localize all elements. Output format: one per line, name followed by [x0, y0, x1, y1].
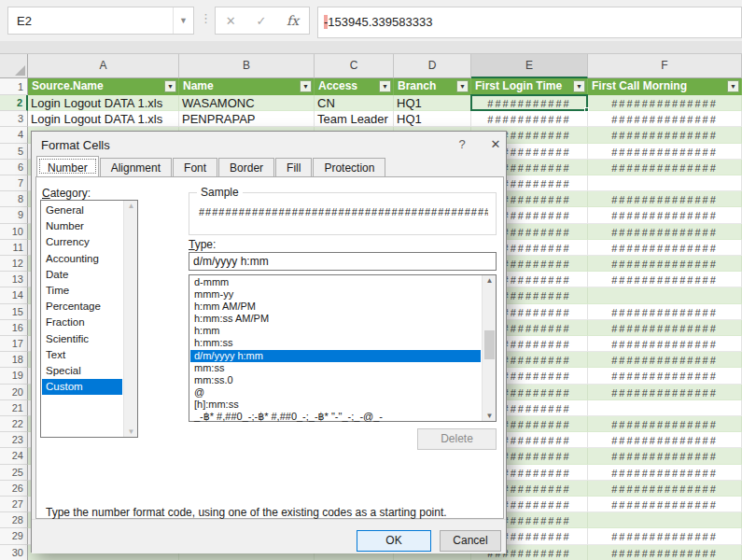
- cell-F19[interactable]: ##############: [588, 368, 742, 384]
- cell-F12[interactable]: ##############: [588, 256, 742, 272]
- cell-F29[interactable]: ##############: [588, 528, 742, 544]
- category-item-scientific[interactable]: Scientific: [42, 331, 122, 347]
- scrollbar-thumb[interactable]: [484, 330, 495, 359]
- cell-F30[interactable]: ##############: [588, 545, 742, 560]
- row-header-11[interactable]: 11: [0, 240, 28, 256]
- cell-F23[interactable]: ##############: [588, 432, 742, 448]
- row-header-12[interactable]: 12: [0, 256, 28, 272]
- dialog-close-icon[interactable]: ✕: [483, 137, 508, 151]
- category-item-percentage[interactable]: Percentage: [42, 299, 122, 315]
- type-option[interactable]: h:mm: [190, 325, 481, 337]
- row-header-22[interactable]: 22: [0, 416, 28, 432]
- name-box[interactable]: E2 ▼: [7, 7, 194, 35]
- cancel-entry-icon[interactable]: ✕: [226, 14, 236, 28]
- tab-alignment[interactable]: Alignment: [100, 158, 172, 176]
- cell-A2[interactable]: Login Logout DATA 1.xls: [28, 95, 179, 111]
- cell-F5[interactable]: ##############: [588, 144, 742, 160]
- cell-B3[interactable]: PENPRAPAP: [179, 111, 315, 127]
- cell-F28[interactable]: [588, 512, 742, 528]
- column-header-e[interactable]: E: [471, 54, 588, 78]
- column-header-f[interactable]: F: [588, 54, 742, 78]
- cell-B2[interactable]: WASAMONC: [179, 95, 315, 111]
- type-input[interactable]: d/m/yyyy h:mm: [189, 252, 497, 271]
- filter-dropdown-icon[interactable]: ▼: [379, 80, 391, 92]
- row-header-8[interactable]: 8: [0, 191, 28, 207]
- row-header-20[interactable]: 20: [0, 385, 28, 400]
- category-item-special[interactable]: Special: [42, 363, 122, 379]
- table-header-cell[interactable]: ▼Branch: [394, 78, 471, 95]
- cell-A3[interactable]: Login Logout DATA 1.xls: [28, 111, 179, 127]
- cell-F16[interactable]: ##############: [588, 320, 742, 336]
- row-header-27[interactable]: 27: [0, 497, 28, 512]
- row-header-15[interactable]: 15: [0, 304, 28, 320]
- category-item-fraction[interactable]: Fraction: [42, 315, 122, 330]
- type-option[interactable]: mm:ss.0: [190, 374, 481, 386]
- cancel-button[interactable]: Cancel: [440, 530, 501, 552]
- type-option[interactable]: h:mm:ss AM/PM: [190, 313, 481, 325]
- cell-F26[interactable]: ##############: [588, 481, 742, 497]
- cell-C2[interactable]: CN: [315, 95, 394, 111]
- cell-F18[interactable]: ##############: [588, 352, 742, 368]
- cell-F3[interactable]: ##############: [588, 111, 742, 127]
- category-item-text[interactable]: Text: [42, 347, 122, 363]
- row-header-5[interactable]: 5: [0, 144, 28, 160]
- cell-F9[interactable]: ##############: [588, 207, 742, 223]
- cell-F20[interactable]: ##############: [588, 385, 742, 400]
- cell-F24[interactable]: ##############: [588, 448, 742, 464]
- type-option[interactable]: d-mmm: [190, 276, 481, 288]
- row-header-3[interactable]: 3: [0, 111, 28, 127]
- cell-F11[interactable]: ##############: [588, 240, 742, 256]
- select-all-corner[interactable]: [0, 54, 28, 78]
- type-listbox[interactable]: d-mmmmmm-yyh:mm AM/PMh:mm:ss AM/PMh:mmh:…: [189, 274, 497, 422]
- category-item-custom[interactable]: Custom: [42, 379, 122, 395]
- row-header-30[interactable]: 30: [0, 545, 28, 560]
- cell-F15[interactable]: ##############: [588, 304, 742, 320]
- cell-F10[interactable]: ##############: [588, 224, 742, 240]
- type-option[interactable]: mmm-yy: [190, 288, 481, 301]
- delete-button[interactable]: Delete: [417, 428, 497, 450]
- type-scrollbar[interactable]: ▲ ▼: [482, 275, 496, 421]
- fill-handle[interactable]: [584, 107, 589, 112]
- row-header-2[interactable]: 2: [0, 95, 28, 111]
- cell-F22[interactable]: ##############: [588, 416, 742, 432]
- cell-F8[interactable]: ##############: [588, 191, 742, 207]
- formula-input[interactable]: -153945.339583333: [317, 7, 742, 38]
- cell-F6[interactable]: ##############: [588, 160, 742, 175]
- cell-F7[interactable]: [588, 175, 742, 191]
- type-option[interactable]: h:mm AM/PM: [190, 301, 481, 313]
- row-header-21[interactable]: 21: [0, 400, 28, 416]
- table-header-cell[interactable]: ▼Name: [179, 78, 315, 95]
- table-header-cell[interactable]: ▼Access: [315, 78, 394, 95]
- row-header-9[interactable]: 9: [0, 207, 28, 223]
- category-item-time[interactable]: Time: [42, 283, 122, 299]
- row-header-17[interactable]: 17: [0, 336, 28, 352]
- row-header-29[interactable]: 29: [0, 528, 28, 544]
- scroll-up-icon[interactable]: ▲: [124, 202, 138, 210]
- type-option[interactable]: h:mm:ss: [190, 337, 481, 349]
- tab-border[interactable]: Border: [218, 158, 274, 176]
- filter-dropdown-icon[interactable]: ▼: [727, 80, 739, 92]
- filter-dropdown-icon[interactable]: ▼: [164, 80, 176, 92]
- row-header-1[interactable]: 1: [0, 78, 28, 95]
- row-header-23[interactable]: 23: [0, 432, 28, 448]
- cell-E3[interactable]: ###########: [471, 111, 588, 127]
- cell-F13[interactable]: ##############: [588, 272, 742, 287]
- category-item-currency[interactable]: Currency: [42, 234, 122, 250]
- row-header-6[interactable]: 6: [0, 160, 28, 175]
- row-header-24[interactable]: 24: [0, 448, 28, 464]
- type-option[interactable]: _-฿* #,##0_-;-฿* #,##0_-;_-฿* "-"_-;_-@_…: [190, 411, 481, 423]
- filter-dropdown-icon[interactable]: ▼: [573, 80, 585, 92]
- category-item-date[interactable]: Date: [42, 267, 122, 283]
- row-header-10[interactable]: 10: [0, 224, 28, 240]
- cell-D3[interactable]: HQ1: [394, 111, 471, 127]
- type-option[interactable]: @: [190, 386, 481, 399]
- scroll-down-icon[interactable]: ▼: [124, 427, 138, 436]
- cell-F25[interactable]: ##############: [588, 465, 742, 481]
- filter-dropdown-icon[interactable]: ▼: [300, 80, 312, 92]
- type-option[interactable]: d/m/yyyy h:mm: [190, 350, 481, 362]
- row-header-19[interactable]: 19: [0, 368, 28, 384]
- table-header-cell[interactable]: ▼First Call Morning: [588, 78, 742, 95]
- type-option[interactable]: mm:ss: [190, 362, 481, 374]
- ok-button[interactable]: OK: [357, 530, 431, 552]
- category-scrollbar[interactable]: ▲ ▼: [123, 201, 137, 437]
